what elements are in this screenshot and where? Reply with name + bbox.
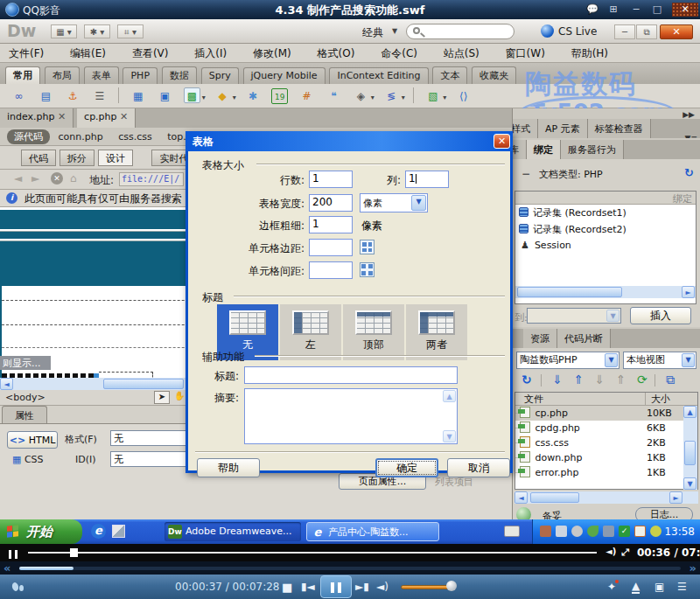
security-shield-icon[interactable]: ✓ xyxy=(619,526,630,537)
split-view-button[interactable]: 拆分 xyxy=(60,150,94,166)
binding-session[interactable]: ♟Session xyxy=(515,238,696,253)
qq-chat-icon[interactable]: 💬 xyxy=(583,3,602,17)
taskbar-item-dreamweaver[interactable]: Dw Adobe Dreamweave... xyxy=(164,522,301,541)
dw-layout-menu-icon[interactable]: ▦ ▾ xyxy=(51,24,77,38)
scroll-down-icon[interactable]: ▼ xyxy=(683,477,696,490)
server-include-icon[interactable]: # xyxy=(298,88,315,104)
qq-titlebar[interactable]: QQ影音 4.34 制作产品搜索功能.swf 💬 ⊞ ─ □ ✕ xyxy=(0,0,700,19)
power-plug-icon[interactable] xyxy=(540,526,551,537)
width-unit-select[interactable]: 像素▼ xyxy=(360,193,428,212)
video-window-icon[interactable]: ▣ xyxy=(654,581,664,593)
table-width-input[interactable]: 200 xyxy=(309,194,353,212)
seek-bar[interactable]: « » xyxy=(0,561,700,575)
horizontal-rule-icon[interactable]: ☰ xyxy=(91,88,108,104)
file-list-header[interactable]: 文件 大小 xyxy=(515,393,697,406)
dw-site-menu-icon[interactable]: ⌗ ▾ xyxy=(117,24,144,38)
header-option-left[interactable]: 左 xyxy=(280,304,341,360)
menu-insert[interactable]: 插入(I) xyxy=(194,47,227,59)
tag-chooser-icon[interactable]: ⟨⟩ xyxy=(455,88,472,104)
show-desktop-icon[interactable] xyxy=(112,525,125,538)
tab-ap-elements[interactable]: AP 元素 xyxy=(538,119,588,138)
dialog-titlebar[interactable]: 表格 ✕ xyxy=(186,131,513,151)
comment-icon[interactable]: ❝ xyxy=(326,88,342,104)
volume-tray-icon[interactable] xyxy=(571,526,583,537)
menu-edit[interactable]: 编辑(E) xyxy=(70,47,106,59)
stop-button[interactable]: ■ xyxy=(282,581,292,594)
related-file-conn[interactable]: conn.php xyxy=(59,131,103,143)
file-list-vscrollbar[interactable]: ▲ ▼ xyxy=(683,406,697,490)
cols-input[interactable]: 1 xyxy=(405,171,449,188)
capture-tool-icon[interactable]: ✦ xyxy=(607,581,616,593)
file-row[interactable]: ┈cp.php10KB xyxy=(515,406,697,421)
get-files-icon[interactable]: ⇓ xyxy=(552,373,563,387)
binding-recordset1[interactable]: 记录集 (Recordset1) xyxy=(515,205,696,221)
scrollbar-thumb[interactable] xyxy=(684,441,696,465)
tab-text[interactable]: 文本 xyxy=(432,66,467,84)
related-file-top[interactable]: top. xyxy=(167,131,186,143)
scroll-up-icon[interactable]: ▲ xyxy=(683,406,696,418)
panel-menu-icon[interactable]: ▼≡ xyxy=(685,134,697,138)
tab-common[interactable]: 常用 xyxy=(5,66,40,84)
menu-modify[interactable]: 修改(M) xyxy=(253,47,291,59)
tab-php[interactable]: PHP xyxy=(122,67,158,84)
volume-icon[interactable]: ◄) xyxy=(376,581,388,593)
tab-library[interactable]: 库 xyxy=(513,140,527,159)
menu-view[interactable]: 查看(V) xyxy=(132,47,169,59)
overlay-pause-icon[interactable] xyxy=(7,547,19,560)
volume-thumb[interactable] xyxy=(446,581,457,591)
cell-spacing-input[interactable] xyxy=(309,261,353,279)
menu-file[interactable]: 文件(F) xyxy=(9,47,44,59)
home-icon[interactable]: ⌂ xyxy=(70,172,77,185)
css-mode-button[interactable]: ▦ CSS xyxy=(12,454,44,465)
insert-media-icon[interactable]: ◆ xyxy=(214,88,231,104)
code-view-button[interactable]: 代码 xyxy=(21,150,56,166)
insert-div-icon[interactable]: ▣ xyxy=(157,88,173,104)
check-in-icon[interactable]: ⇑ xyxy=(616,373,626,387)
scroll-down-icon[interactable]: ▼ xyxy=(443,430,456,442)
named-anchor-icon[interactable]: ⚓ xyxy=(65,88,81,104)
header-option-both[interactable]: 两者 xyxy=(406,304,467,360)
design-view-button[interactable]: 设计 xyxy=(98,150,133,166)
files-hscrollbar[interactable]: ◄ ► xyxy=(514,491,698,504)
fast-forward-icon[interactable]: » xyxy=(690,561,696,575)
qq-close-button[interactable]: ✕ xyxy=(672,3,698,17)
tab-layout[interactable]: 布局 xyxy=(45,66,80,84)
caption-input[interactable] xyxy=(244,366,458,384)
binding-recordset2[interactable]: 记录集 (Recordset2) xyxy=(515,221,696,238)
menu-window[interactable]: 窗口(W) xyxy=(506,47,545,59)
usb-device-icon[interactable] xyxy=(603,526,614,537)
cell-padding-input[interactable] xyxy=(309,239,353,256)
menu-help[interactable]: 帮助(H) xyxy=(571,47,608,59)
refresh-icon[interactable]: ↻ xyxy=(684,166,694,179)
tab-favorites[interactable]: 收藏夹 xyxy=(472,66,516,84)
ie-quicklaunch-icon[interactable]: e xyxy=(91,524,106,539)
menu-site[interactable]: 站点(S) xyxy=(444,47,480,59)
keyboard-tray-icon[interactable] xyxy=(504,526,520,537)
expand-panel-icon[interactable]: ⧉ xyxy=(666,373,675,387)
start-button[interactable]: 开始 xyxy=(0,519,82,544)
put-files-icon[interactable]: ⇑ xyxy=(573,373,584,387)
dialog-close-button[interactable]: ✕ xyxy=(494,134,510,149)
menu-commands[interactable]: 命令(C) xyxy=(381,47,417,59)
head-tags-icon[interactable]: ◈ xyxy=(353,88,369,104)
taskbar-item-browser[interactable]: e 产品中心-陶益数... xyxy=(306,522,439,541)
chevron-down-icon[interactable]: ▾ xyxy=(233,94,236,101)
collapse-panels-icon[interactable]: ▶▶ xyxy=(682,110,695,119)
tab-bindings[interactable]: 绑定 xyxy=(527,140,561,159)
qq-maximize-button[interactable]: □ xyxy=(648,3,667,17)
ok-button[interactable]: 确定 xyxy=(375,458,438,477)
related-file-css[interactable]: css.css xyxy=(118,131,152,143)
refresh-icon[interactable]: ↻ xyxy=(522,373,532,387)
dw-minimize-button[interactable]: ─ xyxy=(614,24,635,39)
collapse-row-icon[interactable]: − xyxy=(522,168,530,180)
previous-button[interactable]: ▮◄ xyxy=(301,581,315,593)
chevron-down-icon[interactable]: ▾ xyxy=(443,94,446,101)
dw-extend-menu-icon[interactable]: ✱ ▾ xyxy=(84,24,110,38)
rewind-icon[interactable]: « xyxy=(4,561,10,575)
hyperlink-icon[interactable]: ∞ xyxy=(10,88,27,104)
site-select[interactable]: 陶益数码PHP▼ xyxy=(516,352,620,369)
widget-icon[interactable]: ✱ xyxy=(244,88,261,104)
bindings-hscrollbar[interactable]: ► xyxy=(515,286,696,298)
qq-tray-icon[interactable] xyxy=(650,526,662,537)
scroll-left-icon[interactable]: ◄ xyxy=(0,378,13,390)
